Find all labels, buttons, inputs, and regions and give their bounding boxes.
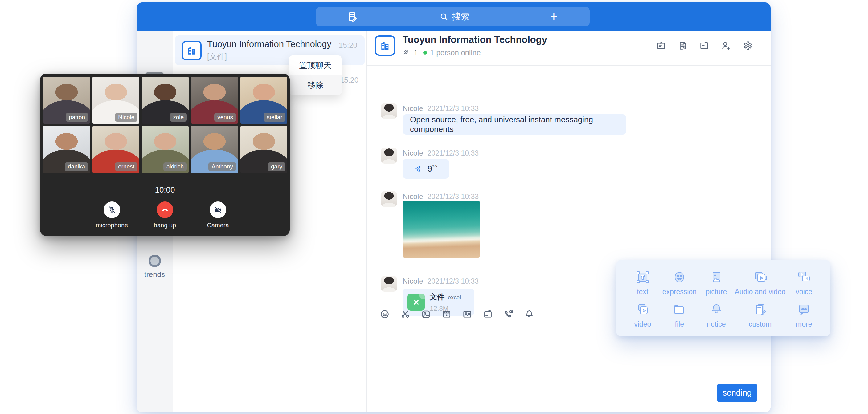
custom-icon — [753, 302, 768, 317]
participant-name: stellar — [264, 113, 285, 122]
video-tile: danika — [43, 126, 90, 173]
notification-bell-icon[interactable] — [524, 309, 534, 319]
menu-item-pin-chat[interactable]: 置顶聊天 — [289, 56, 342, 75]
hang-up-label: hang up — [148, 222, 182, 229]
online-dot-icon — [423, 51, 427, 55]
participant-name: danika — [65, 162, 88, 171]
video-clip-icon[interactable] — [442, 309, 452, 319]
video-tile: gary — [241, 126, 287, 173]
camera-button[interactable]: Camera — [201, 201, 235, 229]
panel-item-text[interactable]: text — [624, 268, 661, 298]
chat-subtitle: 1 1 person online — [403, 49, 480, 57]
more-icon — [797, 302, 811, 317]
chat-history-search-icon[interactable] — [678, 40, 688, 51]
participant-name: venus — [214, 113, 236, 122]
microphone-label: microphone — [95, 222, 129, 229]
composer-toolbar — [380, 309, 534, 319]
search-bar[interactable]: 搜索 + — [316, 7, 590, 26]
group-call-overlay: pattonNicolezoievenusstellardanikaernest… — [40, 74, 290, 236]
hang-up-icon — [160, 205, 170, 215]
panel-item-custom[interactable]: custom — [735, 300, 786, 330]
message-timestamp: 2021/12/3 10:33 — [428, 149, 479, 157]
online-status: 1 person online — [430, 49, 480, 57]
menu-item-remove[interactable]: 移除 — [289, 75, 342, 95]
video-call-icon[interactable] — [504, 309, 514, 319]
participant-name: Anthony — [208, 162, 236, 171]
emoji-icon[interactable] — [380, 309, 390, 319]
participant-name: aldrich — [163, 162, 187, 171]
sender-avatar[interactable] — [381, 276, 397, 292]
group-avatar-icon — [182, 41, 202, 60]
video-tile: stellar — [241, 77, 287, 124]
voice-duration: 9`` — [428, 164, 438, 174]
hang-up-button[interactable]: hang up — [148, 201, 182, 229]
text-message-bubble[interactable]: Open source, free, and universal instant… — [403, 114, 626, 135]
order-note-icon[interactable] — [346, 10, 359, 23]
member-count: 1 — [414, 49, 418, 57]
search-icon — [439, 12, 448, 21]
add-member-icon[interactable] — [721, 40, 731, 51]
picture-icon[interactable] — [421, 309, 431, 319]
sender-name: Nicole — [403, 104, 423, 113]
call-controls: microphone hang up — [43, 201, 287, 229]
voice-waves-icon — [414, 164, 423, 173]
conversation-context-menu: 置顶聊天 移除 — [289, 56, 342, 95]
contact-card-icon[interactable] — [462, 309, 472, 319]
video-tile: zoie — [142, 77, 189, 124]
video-grid: pattonNicolezoievenusstellardanikaernest… — [43, 77, 287, 173]
send-button[interactable]: sending — [717, 384, 757, 402]
conversation-time-2: 15:20 — [340, 76, 359, 85]
video-tile: patton — [43, 77, 90, 124]
picture-icon — [709, 270, 724, 285]
search-placeholder: 搜索 — [452, 11, 469, 23]
video-tile: venus — [191, 77, 238, 124]
scissors-icon[interactable] — [400, 309, 410, 319]
conversation-time: 15:20 — [339, 41, 357, 50]
chat-header: Tuoyun Information Technology 1 1 person… — [367, 31, 771, 66]
sidebar-item-trends[interactable]: trends — [136, 255, 173, 279]
panel-item-picture[interactable]: picture — [698, 268, 735, 298]
call-duration: 10:00 — [43, 185, 287, 195]
panel-item-video[interactable]: video — [624, 300, 661, 330]
participant-name: gary — [268, 162, 285, 171]
message-timestamp: 2021/12/3 10:33 — [428, 193, 479, 201]
audio-video-icon — [753, 270, 768, 285]
chat-title: Tuoyun Information Technology — [403, 34, 547, 45]
sender-avatar[interactable] — [381, 103, 397, 119]
sender-avatar[interactable] — [381, 148, 397, 164]
video-tile: Anthony — [191, 126, 238, 173]
sender-name: Nicole — [403, 149, 423, 157]
panel-item-expression[interactable]: expression — [661, 268, 698, 298]
microphone-muted-icon — [107, 205, 117, 214]
sender-avatar[interactable] — [381, 191, 397, 207]
notice-icon — [709, 302, 724, 317]
microphone-button[interactable]: microphone — [95, 201, 129, 229]
participant-name: Nicole — [115, 113, 137, 122]
panel-item-notice[interactable]: notice — [698, 300, 735, 330]
folder-icon[interactable] — [699, 40, 710, 51]
panel-item-audio-video[interactable]: Audio and video — [735, 268, 786, 298]
image-message-beach[interactable] — [403, 201, 480, 257]
settings-gear-icon[interactable] — [742, 40, 753, 51]
trends-icon — [149, 255, 161, 267]
search-field[interactable]: 搜索 — [439, 11, 469, 23]
panel-item-voice[interactable]: voice — [785, 268, 823, 298]
panel-item-more[interactable]: more — [785, 300, 823, 330]
participant-name: ernest — [115, 162, 137, 171]
chat-panel: Tuoyun Information Technology 1 1 person… — [367, 31, 771, 412]
announcement-board-icon[interactable] — [656, 40, 666, 51]
members-icon — [403, 49, 410, 57]
add-icon[interactable]: + — [550, 10, 558, 23]
sender-name: Nicole — [403, 192, 423, 201]
conversation-title: Tuoyun Information Technology — [207, 39, 339, 49]
voice-message-bubble[interactable]: 9`` — [403, 159, 449, 179]
expression-icon — [672, 270, 687, 285]
file-folder-icon[interactable] — [483, 309, 493, 319]
text-icon — [635, 270, 650, 285]
panel-item-file[interactable]: file — [661, 300, 698, 330]
participant-name: patton — [66, 113, 88, 122]
composer-feature-panel: text expression picture Audio and video — [616, 260, 830, 337]
file-ext: .excel — [446, 294, 461, 300]
excel-file-icon — [407, 293, 425, 311]
file-name: 文件 — [430, 293, 444, 301]
